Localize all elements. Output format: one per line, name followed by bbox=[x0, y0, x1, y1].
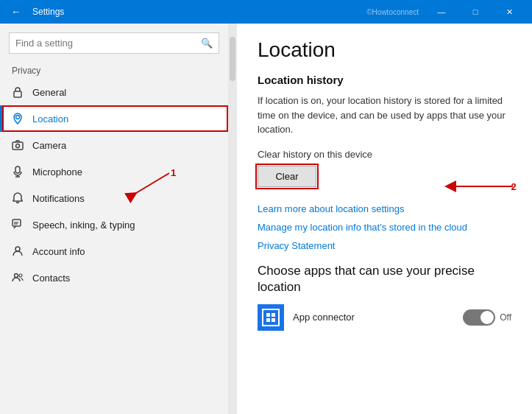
svg-rect-15 bbox=[266, 313, 270, 317]
link-learn-more[interactable]: Learn more about location settings bbox=[258, 203, 511, 214]
privacy-label: Privacy bbox=[0, 60, 228, 79]
search-icon: 🔍 bbox=[201, 38, 213, 49]
svg-point-10 bbox=[15, 247, 20, 251]
sidebar-label-account: Account info bbox=[32, 246, 85, 257]
toggle-wrapper: Off bbox=[463, 309, 511, 326]
sidebar-label-general: General bbox=[32, 87, 66, 98]
back-button[interactable]: ← bbox=[6, 1, 26, 22]
annotation-arrow-2: 2 bbox=[369, 175, 517, 200]
svg-rect-17 bbox=[266, 318, 270, 322]
clear-button[interactable]: Clear bbox=[258, 166, 316, 187]
sidebar-item-account[interactable]: Account info bbox=[0, 238, 228, 264]
sidebar-nav: General Location bbox=[0, 79, 228, 414]
sidebar-label-location: Location bbox=[32, 113, 68, 124]
svg-point-11 bbox=[15, 274, 18, 278]
back-icon: ← bbox=[11, 6, 21, 18]
maximize-button[interactable]: □ bbox=[458, 0, 492, 24]
app-connector-row: App connector Off bbox=[258, 304, 511, 331]
svg-rect-4 bbox=[15, 166, 20, 173]
titlebar: ← Settings ©Howtoconnect — □ ✕ bbox=[0, 0, 532, 24]
sidebar-label-camera: Camera bbox=[32, 140, 66, 151]
svg-rect-0 bbox=[14, 91, 21, 97]
close-button[interactable]: ✕ bbox=[492, 0, 526, 24]
svg-text:2: 2 bbox=[511, 181, 516, 192]
search-box[interactable]: 🔍 bbox=[9, 32, 219, 54]
watermark-text: ©Howtoconnect bbox=[366, 8, 419, 16]
toggle-knob bbox=[480, 311, 494, 324]
microphone-icon bbox=[12, 166, 24, 178]
clear-history-label: Clear history on this device bbox=[258, 149, 511, 160]
toggle-label: Off bbox=[500, 312, 511, 323]
svg-rect-18 bbox=[272, 318, 275, 322]
main-layout: 🔍 Privacy General bbox=[0, 24, 532, 414]
svg-point-1 bbox=[16, 116, 20, 119]
sidebar-item-contacts[interactable]: Contacts bbox=[0, 264, 228, 291]
location-history-desc: If location is on, your location history… bbox=[258, 94, 511, 137]
sidebar-item-microphone[interactable]: Microphone bbox=[0, 158, 228, 185]
sidebar-item-notifications[interactable]: Notifications bbox=[0, 185, 228, 211]
page-title: Location bbox=[258, 38, 511, 62]
app-connector-toggle[interactable] bbox=[463, 309, 495, 326]
notifications-icon bbox=[12, 192, 24, 204]
contacts-icon bbox=[12, 272, 24, 284]
choose-apps-title: Choose apps that can use your precise lo… bbox=[258, 263, 511, 295]
camera-icon bbox=[12, 139, 24, 151]
window-controls: — □ ✕ bbox=[425, 0, 526, 24]
search-input[interactable] bbox=[15, 38, 201, 49]
sidebar-item-speech[interactable]: Speech, inking, & typing bbox=[0, 211, 228, 238]
sidebar-label-contacts: Contacts bbox=[32, 273, 70, 284]
lock-icon bbox=[12, 86, 24, 98]
account-icon bbox=[12, 245, 24, 257]
sidebar: 🔍 Privacy General bbox=[0, 24, 228, 414]
content-area: Location Location history If location is… bbox=[237, 24, 532, 414]
clear-button-wrapper: Clear bbox=[258, 166, 316, 187]
minimize-button[interactable]: — bbox=[425, 0, 458, 24]
app-connector-icon bbox=[258, 304, 284, 331]
svg-point-3 bbox=[16, 144, 20, 148]
svg-point-12 bbox=[19, 274, 22, 277]
sidebar-label-microphone: Microphone bbox=[32, 166, 82, 178]
speech-icon bbox=[12, 219, 24, 231]
sidebar-item-camera[interactable]: Camera bbox=[0, 132, 228, 158]
app-connector-label: App connector bbox=[293, 312, 454, 323]
location-icon bbox=[12, 113, 24, 124]
sidebar-label-speech: Speech, inking, & typing bbox=[32, 220, 135, 231]
svg-rect-2 bbox=[13, 142, 23, 150]
link-manage-info[interactable]: Manage my location info that's stored in… bbox=[258, 222, 511, 233]
svg-rect-16 bbox=[272, 313, 275, 317]
titlebar-title: Settings bbox=[32, 7, 366, 17]
sidebar-item-location[interactable]: Location bbox=[0, 105, 228, 132]
sidebar-item-general[interactable]: General bbox=[0, 79, 228, 105]
location-history-title: Location history bbox=[258, 74, 511, 86]
link-privacy-statement[interactable]: Privacy Statement bbox=[258, 240, 511, 251]
sidebar-label-notifications: Notifications bbox=[32, 193, 85, 204]
links-section: Learn more about location settings Manag… bbox=[258, 203, 511, 251]
sidebar-scrollbar[interactable] bbox=[228, 24, 237, 414]
app-icon-inner bbox=[262, 309, 280, 326]
